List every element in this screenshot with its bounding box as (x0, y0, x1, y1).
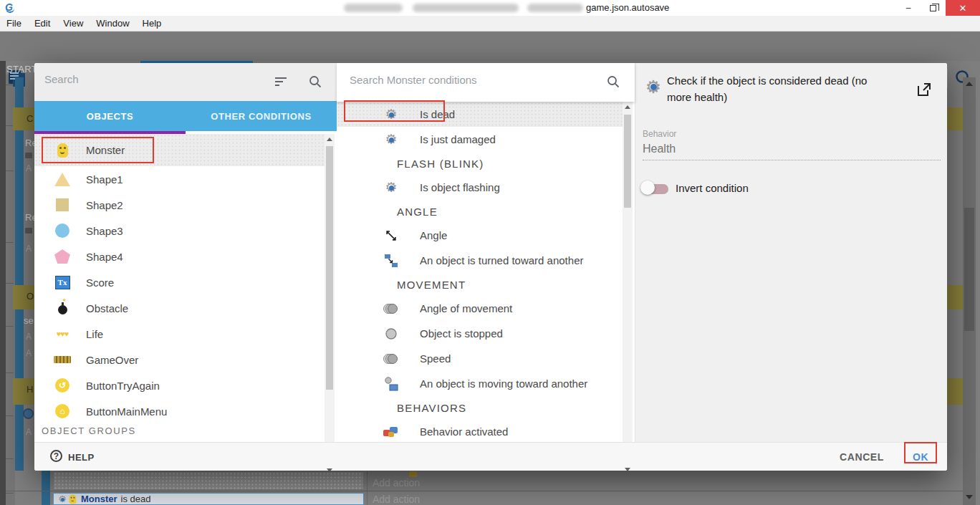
scroll-up-icon[interactable] (327, 138, 332, 141)
gutter-tick (6, 283, 14, 284)
menu-edit[interactable]: Edit (28, 16, 57, 32)
comment-row (947, 107, 963, 130)
bomb-icon (53, 302, 72, 314)
menu-file[interactable]: File (0, 16, 28, 32)
object-row[interactable]: ♥♥♥ Life (34, 321, 325, 347)
gear-icon: ⚙ (383, 133, 400, 147)
scroll-up-icon[interactable] (625, 105, 630, 109)
square-icon (53, 198, 72, 211)
objects-search-bar (34, 63, 337, 101)
condition-row[interactable]: Angle (337, 223, 623, 248)
toolbar-separator (947, 69, 948, 87)
gutter-tick (6, 85, 14, 85)
event-text-fragment: A (26, 427, 32, 437)
event-row-divider (6, 491, 963, 491)
event-text-fragment: C (27, 113, 33, 124)
monster-icon (69, 494, 77, 504)
invert-toggle-knob[interactable] (640, 181, 655, 195)
particle-icon (24, 410, 32, 418)
circle-icon (53, 223, 72, 238)
scrollbar-thumb[interactable] (326, 146, 333, 390)
document-title: game.json.autosave (586, 2, 669, 13)
condition-section-header: FLASH (BLINK) (337, 152, 623, 175)
event-text-fragment: O (27, 291, 34, 302)
help-icon[interactable]: ? (50, 450, 62, 462)
gear-icon: ⚙ (383, 181, 400, 195)
filter-icon[interactable] (275, 77, 287, 86)
scroll-up-icon[interactable] (966, 82, 973, 86)
briefcase-icon (25, 153, 32, 158)
search-icon[interactable] (606, 74, 620, 89)
object-row[interactable]: ⌂ ButtonMainMenu (34, 398, 325, 424)
object-row[interactable]: GameOver (34, 347, 325, 372)
menubar: File Edit View Window Help (0, 16, 980, 32)
condition-row[interactable]: Object is stopped (337, 321, 623, 346)
annotation-box-monster (42, 137, 154, 163)
dialog-footer: ? HELP CANCEL OK (34, 442, 947, 471)
condition-row[interactable]: Behavior activated (337, 419, 623, 444)
menu-help[interactable]: Help (136, 16, 168, 32)
objects-search-input[interactable] (44, 73, 245, 85)
object-row[interactable]: Tx Score (34, 269, 325, 295)
behavior-field-label: Behavior (643, 129, 676, 139)
redacted-blur (344, 4, 403, 12)
redacted-blur (527, 4, 583, 12)
minimize-button[interactable]: – (897, 0, 920, 16)
conditions-search-input[interactable] (350, 74, 579, 86)
tab-objects[interactable]: OBJECTS (34, 101, 186, 131)
selected-condition-above[interactable] (53, 471, 364, 490)
condition-row[interactable]: Speed (337, 346, 623, 371)
condition-row[interactable]: ⚙ Is object flashing (337, 175, 623, 200)
gdevelop-logo-icon: G (5, 1, 16, 14)
search-icon[interactable] (308, 74, 322, 89)
object-row[interactable]: Obstacle (34, 295, 325, 321)
add-action-link[interactable]: Add action (373, 494, 420, 505)
hearts-icon: ♥♥♥ (53, 330, 72, 338)
object-row[interactable]: ↺ ButtonTryAgain (34, 372, 325, 398)
scene-tab[interactable]: START (6, 64, 37, 74)
behavior-field-underline (643, 160, 941, 160)
condition-row[interactable]: An object is turned toward another (337, 248, 623, 273)
help-button[interactable]: HELP (68, 452, 95, 463)
object-row[interactable]: Shape2 (34, 192, 325, 218)
restore-button[interactable] (921, 0, 944, 16)
open-in-new-icon[interactable] (916, 82, 932, 97)
condition-row[interactable]: ⚙ Is just damaged (337, 127, 623, 152)
pentagon-icon (53, 249, 72, 264)
app-window: G game.json.autosave – ✕ File Edit View … (0, 0, 980, 505)
scroll-down-icon[interactable] (625, 468, 630, 471)
move2-icon (383, 302, 400, 315)
event-indent-bar (42, 471, 50, 505)
scrollbar-thumb[interactable] (964, 208, 974, 331)
menu-view[interactable]: View (57, 16, 90, 32)
turned-icon (383, 254, 400, 268)
gutter-tick (6, 242, 14, 243)
puzzle-icon (383, 426, 400, 438)
move2-icon (383, 352, 400, 365)
add-action-link[interactable]: Add action (373, 477, 420, 489)
event-object-name: Monster (81, 494, 117, 504)
scroll-down-icon[interactable] (327, 468, 332, 471)
condition-row[interactable]: An object is moving toward another (337, 371, 623, 396)
tab-other-conditions[interactable]: OTHER CONDITIONS (186, 101, 337, 131)
object-row[interactable]: Shape4 (34, 244, 325, 269)
condition-section-header: BEHAVIORS (337, 396, 623, 419)
active-tab-underline (34, 131, 186, 134)
cancel-button[interactable]: CANCEL (840, 451, 884, 463)
event-text-fragment: A (26, 163, 32, 173)
selected-event-condition[interactable]: ⚙ Monster is dead (53, 493, 364, 505)
close-button[interactable]: ✕ (946, 0, 980, 16)
annotation-box-is-dead (344, 100, 445, 122)
menu-window[interactable]: Window (90, 16, 135, 32)
behavior-field-value[interactable]: Health (643, 143, 676, 155)
condition-row[interactable]: Angle of movement (337, 296, 623, 321)
object-row[interactable]: Shape3 (34, 218, 325, 244)
event-condition-text: is dead (121, 494, 151, 504)
object-row[interactable]: Shape1 (34, 166, 325, 192)
gear-icon: ⚙ (644, 77, 663, 96)
action-icon-fragment (409, 471, 417, 477)
scroll-down-icon[interactable] (966, 495, 973, 499)
condition-section-header: ANGLE (337, 200, 623, 223)
scrollbar-thumb[interactable] (624, 115, 631, 208)
restore-icon (930, 5, 936, 11)
